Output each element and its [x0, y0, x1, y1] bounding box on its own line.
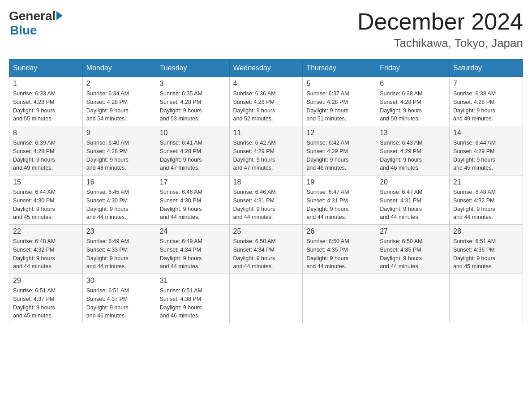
day-number: 29 — [13, 277, 79, 285]
day-number: 3 — [160, 80, 226, 88]
calendar-cell: 7Sunrise: 6:38 AMSunset: 4:28 PMDaylight… — [450, 77, 523, 126]
calendar-cell: 18Sunrise: 6:46 AMSunset: 4:31 PMDayligh… — [229, 176, 303, 225]
calendar-cell: 11Sunrise: 6:42 AMSunset: 4:29 PMDayligh… — [229, 126, 303, 176]
calendar-cell: 6Sunrise: 6:38 AMSunset: 4:28 PMDaylight… — [376, 77, 450, 126]
calendar-week-row: 15Sunrise: 6:44 AMSunset: 4:30 PMDayligh… — [9, 176, 523, 225]
day-info: Sunrise: 6:40 AMSunset: 4:28 PMDaylight:… — [86, 139, 152, 172]
calendar-cell: 19Sunrise: 6:47 AMSunset: 4:31 PMDayligh… — [303, 176, 376, 225]
calendar-cell: 5Sunrise: 6:37 AMSunset: 4:28 PMDaylight… — [303, 77, 376, 126]
calendar-cell: 10Sunrise: 6:41 AMSunset: 4:28 PMDayligh… — [156, 126, 229, 176]
calendar-cell: 8Sunrise: 6:39 AMSunset: 4:28 PMDaylight… — [9, 126, 83, 176]
day-info: Sunrise: 6:49 AMSunset: 4:33 PMDaylight:… — [86, 237, 152, 271]
day-number: 30 — [86, 277, 152, 285]
calendar-cell: 12Sunrise: 6:42 AMSunset: 4:29 PMDayligh… — [303, 126, 376, 176]
day-number: 22 — [13, 227, 79, 235]
header-sunday: Sunday — [9, 60, 83, 77]
calendar-cell: 17Sunrise: 6:46 AMSunset: 4:30 PMDayligh… — [156, 176, 229, 225]
header-friday: Friday — [376, 60, 450, 77]
day-info: Sunrise: 6:46 AMSunset: 4:31 PMDaylight:… — [233, 188, 299, 222]
calendar-cell: 16Sunrise: 6:45 AMSunset: 4:30 PMDayligh… — [82, 176, 156, 225]
day-number: 4 — [233, 80, 299, 88]
calendar-cell: 14Sunrise: 6:44 AMSunset: 4:29 PMDayligh… — [450, 126, 523, 176]
day-info: Sunrise: 6:39 AMSunset: 4:28 PMDaylight:… — [13, 139, 79, 172]
location-title: Tachikawa, Tokyo, Japan — [357, 36, 523, 50]
header-saturday: Saturday — [450, 60, 523, 77]
day-info: Sunrise: 6:45 AMSunset: 4:30 PMDaylight:… — [86, 188, 152, 222]
page-header: General Blue December 2024 Tachikawa, To… — [9, 9, 523, 50]
day-number: 28 — [453, 227, 519, 235]
month-title: December 2024 — [357, 9, 523, 34]
day-info: Sunrise: 6:47 AMSunset: 4:31 PMDaylight:… — [306, 188, 372, 222]
day-info: Sunrise: 6:37 AMSunset: 4:28 PMDaylight:… — [306, 90, 372, 123]
logo-blue-text: Blue — [10, 23, 37, 38]
calendar-cell: 28Sunrise: 6:51 AMSunset: 4:36 PMDayligh… — [450, 225, 523, 274]
day-info: Sunrise: 6:44 AMSunset: 4:29 PMDaylight:… — [453, 139, 519, 172]
calendar-cell — [303, 274, 376, 323]
calendar-cell: 23Sunrise: 6:49 AMSunset: 4:33 PMDayligh… — [82, 225, 156, 274]
calendar-week-row: 8Sunrise: 6:39 AMSunset: 4:28 PMDaylight… — [9, 126, 523, 176]
day-number: 6 — [380, 80, 446, 88]
day-info: Sunrise: 6:50 AMSunset: 4:34 PMDaylight:… — [233, 237, 299, 271]
day-number: 10 — [160, 129, 226, 137]
day-number: 23 — [86, 227, 152, 235]
calendar-header: Sunday Monday Tuesday Wednesday Thursday… — [9, 60, 523, 77]
day-number: 12 — [306, 129, 372, 137]
day-info: Sunrise: 6:47 AMSunset: 4:31 PMDaylight:… — [380, 188, 446, 222]
header-tuesday: Tuesday — [156, 60, 229, 77]
calendar-cell: 25Sunrise: 6:50 AMSunset: 4:34 PMDayligh… — [229, 225, 303, 274]
calendar-cell: 3Sunrise: 6:35 AMSunset: 4:28 PMDaylight… — [156, 77, 229, 126]
day-number: 5 — [306, 80, 372, 88]
day-number: 13 — [380, 129, 446, 137]
calendar-cell: 24Sunrise: 6:49 AMSunset: 4:34 PMDayligh… — [156, 225, 229, 274]
day-info: Sunrise: 6:48 AMSunset: 4:32 PMDaylight:… — [453, 188, 519, 222]
day-number: 18 — [233, 178, 299, 186]
calendar-week-row: 29Sunrise: 6:51 AMSunset: 4:37 PMDayligh… — [9, 274, 523, 323]
calendar-cell — [450, 274, 523, 323]
day-number: 16 — [86, 178, 152, 186]
calendar-cell: 29Sunrise: 6:51 AMSunset: 4:37 PMDayligh… — [9, 274, 83, 323]
day-info: Sunrise: 6:51 AMSunset: 4:36 PMDaylight:… — [453, 237, 519, 271]
calendar-cell: 27Sunrise: 6:50 AMSunset: 4:35 PMDayligh… — [376, 225, 450, 274]
day-info: Sunrise: 6:44 AMSunset: 4:30 PMDaylight:… — [13, 188, 79, 222]
day-number: 21 — [453, 178, 519, 186]
day-info: Sunrise: 6:48 AMSunset: 4:32 PMDaylight:… — [13, 237, 79, 271]
day-info: Sunrise: 6:42 AMSunset: 4:29 PMDaylight:… — [306, 139, 372, 172]
day-info: Sunrise: 6:51 AMSunset: 4:37 PMDaylight:… — [86, 287, 152, 320]
calendar-week-row: 1Sunrise: 6:33 AMSunset: 4:28 PMDaylight… — [9, 77, 523, 126]
day-number: 1 — [13, 80, 79, 88]
day-number: 20 — [380, 178, 446, 186]
title-area: December 2024 Tachikawa, Tokyo, Japan — [357, 9, 523, 50]
calendar-cell: 30Sunrise: 6:51 AMSunset: 4:37 PMDayligh… — [82, 274, 156, 323]
calendar-cell: 15Sunrise: 6:44 AMSunset: 4:30 PMDayligh… — [9, 176, 83, 225]
day-number: 15 — [13, 178, 79, 186]
calendar-cell: 13Sunrise: 6:43 AMSunset: 4:29 PMDayligh… — [376, 126, 450, 176]
day-info: Sunrise: 6:51 AMSunset: 4:37 PMDaylight:… — [13, 287, 79, 320]
calendar-body: 1Sunrise: 6:33 AMSunset: 4:28 PMDaylight… — [9, 77, 523, 323]
header-thursday: Thursday — [303, 60, 376, 77]
day-number: 7 — [453, 80, 519, 88]
day-number: 24 — [160, 227, 226, 235]
calendar-table: Sunday Monday Tuesday Wednesday Thursday… — [9, 59, 523, 323]
day-info: Sunrise: 6:49 AMSunset: 4:34 PMDaylight:… — [160, 237, 226, 271]
day-info: Sunrise: 6:50 AMSunset: 4:35 PMDaylight:… — [306, 237, 372, 271]
logo-arrow-icon — [56, 11, 63, 20]
day-number: 27 — [380, 227, 446, 235]
header-wednesday: Wednesday — [229, 60, 303, 77]
calendar-cell: 1Sunrise: 6:33 AMSunset: 4:28 PMDaylight… — [9, 77, 83, 126]
day-number: 11 — [233, 129, 299, 137]
day-info: Sunrise: 6:36 AMSunset: 4:28 PMDaylight:… — [233, 90, 299, 123]
day-number: 26 — [306, 227, 372, 235]
calendar-cell: 21Sunrise: 6:48 AMSunset: 4:32 PMDayligh… — [450, 176, 523, 225]
calendar-cell: 26Sunrise: 6:50 AMSunset: 4:35 PMDayligh… — [303, 225, 376, 274]
day-number: 9 — [86, 129, 152, 137]
day-number: 19 — [306, 178, 372, 186]
day-info: Sunrise: 6:33 AMSunset: 4:28 PMDaylight:… — [13, 90, 79, 123]
day-number: 25 — [233, 227, 299, 235]
day-info: Sunrise: 6:35 AMSunset: 4:28 PMDaylight:… — [160, 90, 226, 123]
header-monday: Monday — [82, 60, 156, 77]
day-info: Sunrise: 6:34 AMSunset: 4:28 PMDaylight:… — [86, 90, 152, 123]
calendar-cell: 4Sunrise: 6:36 AMSunset: 4:28 PMDaylight… — [229, 77, 303, 126]
calendar-cell: 31Sunrise: 6:51 AMSunset: 4:38 PMDayligh… — [156, 274, 229, 323]
day-number: 31 — [160, 277, 226, 285]
calendar-cell: 20Sunrise: 6:47 AMSunset: 4:31 PMDayligh… — [376, 176, 450, 225]
